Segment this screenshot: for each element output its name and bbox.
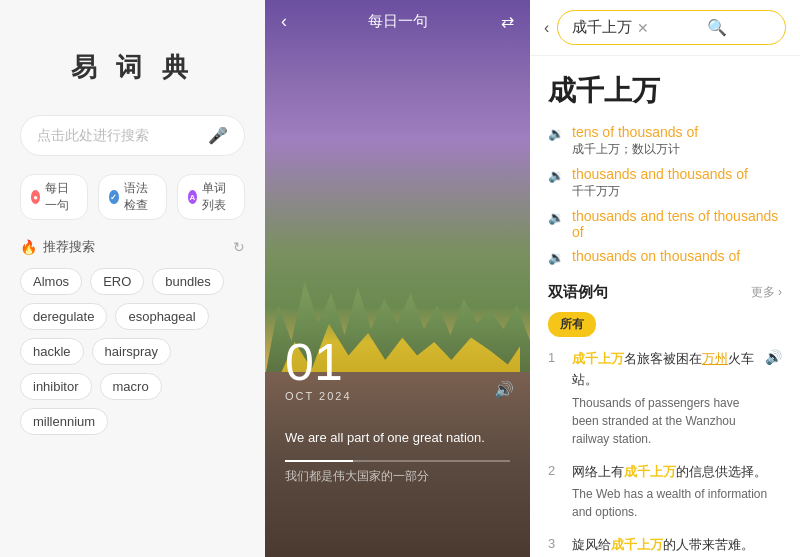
def-icon-2: 🔉: [548, 168, 564, 183]
example-cn-3: 旋风给成千上万的人带来苦难。: [572, 535, 782, 556]
bilingual-more-link[interactable]: 更多 ›: [751, 284, 782, 301]
cn-text-1a: 名旅客被困在: [624, 351, 702, 366]
example-2: 2 网络上有成千上万的信息供选择。 The Web has a wealth o…: [548, 462, 782, 522]
date-number: 01: [285, 336, 352, 388]
fire-icon: 🔥: [20, 239, 37, 255]
progress-fill: [285, 460, 353, 462]
search-icon[interactable]: 🔍: [707, 18, 771, 37]
volume-icon[interactable]: 🔊: [494, 380, 514, 399]
clear-icon[interactable]: ✕: [637, 20, 701, 36]
bilingual-section-header: 双语例句 更多 ›: [548, 283, 782, 302]
highlight-1b: 万州: [702, 351, 728, 366]
tag-macro[interactable]: macro: [100, 373, 162, 400]
example-cn-1: 成千上万名旅客被困在万州火车站。: [572, 349, 755, 391]
def-content-1: tens of thousands of 成千上万；数以万计: [572, 124, 698, 158]
example-en-2: The Web has a wealth of information and …: [572, 485, 782, 521]
grammar-check-label: 语法检查: [124, 180, 156, 214]
grammar-check-btn[interactable]: ✓ 语法检查: [98, 174, 166, 220]
sentence-chinese: 我们都是伟大国家的一部分: [285, 468, 510, 485]
example-content-2: 网络上有成千上万的信息供选择。 The Web has a wealth of …: [572, 462, 782, 522]
daily-sentence-btn[interactable]: ● 每日一句: [20, 174, 88, 220]
example-content-1: 成千上万名旅客被困在万州火车站。 Thousands of passengers…: [572, 349, 755, 448]
left-panel: 易 词 典 点击此处进行搜索 🎤 ● 每日一句 ✓ 语法检查 A 单词列表 🔥 …: [0, 0, 265, 557]
progress-bar: [285, 460, 510, 462]
middle-title: 每日一句: [368, 12, 428, 31]
def-icon-3: 🔉: [548, 210, 564, 225]
example-content-3: 旋风给成千上万的人带来苦难。 The cyclone brought miser…: [572, 535, 782, 557]
def-icon-1: 🔉: [548, 126, 564, 141]
cn-text-2a: 网络上有: [572, 464, 624, 479]
example-3: 3 旋风给成千上万的人带来苦难。 The cyclone brought mis…: [548, 535, 782, 557]
right-search-bar: ‹ 成千上万 ✕ 🔍: [530, 0, 800, 56]
tag-ero[interactable]: ERO: [90, 268, 144, 295]
cn-text-3a: 旋风给: [572, 537, 611, 552]
filter-tabs: 所有: [548, 312, 782, 337]
def-icon-4: 🔉: [548, 250, 564, 265]
word-list-label: 单词列表: [202, 180, 234, 214]
def-item-2: 🔉 thousands and thousands of 千千万万: [548, 166, 782, 200]
tags-container: Almos ERO bundles deregulate esophageal …: [20, 268, 245, 435]
recommend-header: 🔥 推荐搜索 ↻: [20, 238, 245, 256]
switch-icon[interactable]: ⇄: [501, 12, 514, 31]
def-content-4: thousands on thousands of: [572, 248, 740, 264]
search-back-icon[interactable]: ‹: [544, 19, 549, 37]
wordlist-dot: A: [188, 190, 197, 204]
cn-text-2b: 的信息供选择。: [676, 464, 767, 479]
right-search-input[interactable]: 成千上万 ✕ 🔍: [557, 10, 786, 45]
word-title: 成千上万: [548, 72, 782, 110]
def-item-4: 🔉 thousands on thousands of: [548, 248, 782, 265]
def-en-2: thousands and thousands of: [572, 166, 748, 182]
example-num-2: 2: [548, 463, 562, 478]
bilingual-title: 双语例句: [548, 283, 608, 302]
tag-inhibitor[interactable]: inhibitor: [20, 373, 92, 400]
right-content: 成千上万 🔉 tens of thousands of 成千上万；数以万计 🔉 …: [530, 56, 800, 557]
tag-millennium[interactable]: millennium: [20, 408, 108, 435]
highlight-3: 成千上万: [611, 537, 663, 552]
def-en-4: thousands on thousands of: [572, 248, 740, 264]
def-content-2: thousands and thousands of 千千万万: [572, 166, 748, 200]
def-cn-1: 成千上万；数以万计: [572, 141, 698, 158]
search-term-display: 成千上万: [572, 18, 636, 37]
right-panel: ‹ 成千上万 ✕ 🔍 成千上万 🔉 tens of thousands of 成…: [530, 0, 800, 557]
def-item-3: 🔉 thousands and tens of thousands of: [548, 208, 782, 240]
example-num-1: 1: [548, 350, 562, 365]
speaker-icon-1[interactable]: 🔊: [765, 349, 782, 365]
example-1: 1 成千上万名旅客被困在万州火车站。 Thousands of passenge…: [548, 349, 782, 448]
app-title: 易 词 典: [71, 50, 193, 85]
tag-esophageal[interactable]: esophageal: [115, 303, 208, 330]
recommend-section: 🔥 推荐搜索 ↻ Almos ERO bundles deregulate es…: [20, 238, 245, 435]
example-en-1: Thousands of passengers have been strand…: [572, 394, 755, 448]
tag-deregulate[interactable]: deregulate: [20, 303, 107, 330]
def-content-3: thousands and tens of thousands of: [572, 208, 782, 240]
def-en-1: tens of thousands of: [572, 124, 698, 140]
middle-panel: ‹ 每日一句 ⇄ 01 OCT 2024 🔊 We are all part o…: [265, 0, 530, 557]
search-placeholder: 点击此处进行搜索: [37, 127, 208, 145]
example-cn-2: 网络上有成千上万的信息供选择。: [572, 462, 782, 483]
def-en-3: thousands and tens of thousands of: [572, 208, 782, 240]
date-display: 01 OCT 2024: [285, 336, 352, 402]
mic-icon[interactable]: 🎤: [208, 126, 228, 145]
highlight-1a: 成千上万: [572, 351, 624, 366]
filter-all[interactable]: 所有: [548, 312, 596, 337]
sentence-english: We are all part of one great nation.: [285, 428, 510, 448]
back-icon[interactable]: ‹: [281, 11, 287, 32]
tag-hackle[interactable]: hackle: [20, 338, 84, 365]
recommend-label: 推荐搜索: [43, 238, 95, 256]
example-num-3: 3: [548, 536, 562, 551]
tag-bundles[interactable]: bundles: [152, 268, 224, 295]
quick-actions: ● 每日一句 ✓ 语法检查 A 单词列表: [20, 174, 245, 220]
tag-almos[interactable]: Almos: [20, 268, 82, 295]
search-bar[interactable]: 点击此处进行搜索 🎤: [20, 115, 245, 156]
daily-dot: ●: [31, 190, 40, 204]
cn-text-3b: 的人带来苦难。: [663, 537, 754, 552]
word-list-btn[interactable]: A 单词列表: [177, 174, 245, 220]
def-cn-2: 千千万万: [572, 183, 748, 200]
definition-list: 🔉 tens of thousands of 成千上万；数以万计 🔉 thous…: [548, 124, 782, 265]
middle-header: ‹ 每日一句 ⇄: [265, 0, 530, 43]
refresh-icon[interactable]: ↻: [233, 239, 245, 255]
def-item-1: 🔉 tens of thousands of 成千上万；数以万计: [548, 124, 782, 158]
grammar-dot: ✓: [109, 190, 118, 204]
highlight-2: 成千上万: [624, 464, 676, 479]
date-label: OCT 2024: [285, 390, 352, 402]
tag-hairspray[interactable]: hairspray: [92, 338, 171, 365]
